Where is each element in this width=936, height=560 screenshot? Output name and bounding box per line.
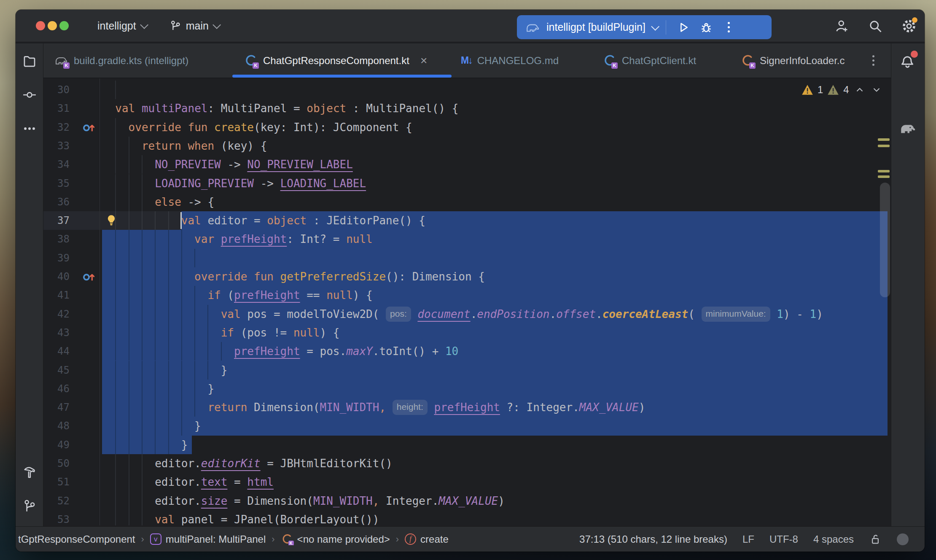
add-user-button[interactable] xyxy=(833,17,850,35)
close-icon[interactable]: × xyxy=(420,54,427,67)
indent-guide xyxy=(142,342,143,361)
code-editor[interactable]: 1 4 3031val multiPanel: MultiPanel = obj… xyxy=(43,78,891,525)
line-number[interactable]: 45 xyxy=(43,361,70,380)
next-problem-chevron-down-icon[interactable] xyxy=(870,83,883,96)
tab-list-kebab-icon[interactable] xyxy=(866,53,881,68)
code-line[interactable]: editor.editorKit = JBHtmlEditorKit() xyxy=(155,454,393,473)
indent-guide xyxy=(115,361,116,380)
commit-icon[interactable] xyxy=(21,86,38,103)
breadcrumb-anonymous-class[interactable]: K <no name provided> xyxy=(281,533,390,545)
project-selector[interactable]: intelligpt xyxy=(92,16,151,35)
caret-position-widget[interactable]: 37:13 (510 chars, 12 line breaks) xyxy=(579,533,727,545)
code-line[interactable]: else -> { xyxy=(155,193,214,211)
previous-problem-chevron-up-icon[interactable] xyxy=(853,83,866,96)
line-number[interactable]: 35 xyxy=(43,174,70,193)
settings-gear-icon[interactable] xyxy=(900,17,918,35)
line-number[interactable]: 43 xyxy=(43,323,70,342)
override-up-arrow-icon[interactable] xyxy=(82,121,96,134)
code-line[interactable]: LOADING_PREVIEW -> LOADING_LABEL xyxy=(155,174,366,193)
line-number[interactable]: 32 xyxy=(43,118,70,137)
line-number[interactable]: 30 xyxy=(43,81,70,99)
tab-build-gradle-kts[interactable]: K build.gradle.kts (intelligpt) xyxy=(54,43,188,78)
breadcrumb-function[interactable]: f create xyxy=(405,533,449,545)
tab-signer-info-loader[interactable]: K SignerInfoLoader.c xyxy=(740,43,845,78)
gradle-tool-window-icon[interactable] xyxy=(899,119,917,138)
line-number[interactable]: 47 xyxy=(43,398,70,417)
project-folder-icon[interactable] xyxy=(21,53,38,70)
line-number[interactable]: 41 xyxy=(43,286,70,304)
inspections-widget[interactable]: 1 4 xyxy=(802,83,883,96)
indent-guide xyxy=(129,417,129,435)
error-stripe-mark[interactable] xyxy=(878,170,890,172)
code-line[interactable]: } xyxy=(221,361,228,380)
line-number[interactable]: 33 xyxy=(43,137,70,155)
build-hammer-icon[interactable] xyxy=(21,464,38,481)
vertical-scrollbar-thumb[interactable] xyxy=(880,183,890,297)
indent-guide xyxy=(142,473,143,491)
search-icon[interactable] xyxy=(866,17,884,35)
code-line[interactable]: } xyxy=(207,380,214,398)
line-number[interactable]: 53 xyxy=(43,510,70,525)
indent-widget[interactable]: 4 spaces xyxy=(813,533,854,545)
breadcrumb-file[interactable]: tGptResponseComponent xyxy=(18,533,135,545)
tab-changelog-md[interactable]: M↓ CHANGELOG.md xyxy=(461,43,559,78)
indent-guide xyxy=(207,361,208,380)
code-line[interactable]: NO_PREVIEW -> NO_PREVIEW_LABEL xyxy=(155,155,353,174)
code-line[interactable]: } xyxy=(181,436,188,454)
debug-button[interactable] xyxy=(697,19,715,36)
encoding-widget[interactable]: UTF-8 xyxy=(769,533,798,545)
error-stripe-mark[interactable] xyxy=(878,175,890,178)
minimize-window-button[interactable] xyxy=(48,21,57,30)
chevron-down-icon[interactable] xyxy=(651,22,659,30)
line-number[interactable]: 42 xyxy=(43,305,70,323)
code-line[interactable]: } xyxy=(194,417,201,435)
zoom-window-button[interactable] xyxy=(59,21,69,30)
code-line[interactable]: prefHeight = pos.maxY.toInt() + 10 xyxy=(234,342,458,361)
notifications-bell-icon[interactable] xyxy=(899,52,917,70)
lightbulb-intention-icon[interactable] xyxy=(105,214,118,227)
git-branch-icon[interactable] xyxy=(21,498,38,514)
line-number[interactable]: 51 xyxy=(43,473,70,491)
code-line[interactable]: val multiPanel: MultiPanel = object : Mu… xyxy=(115,99,458,118)
code-line[interactable]: val panel = JPanel(BorderLayout()) xyxy=(155,510,379,525)
code-line[interactable]: if (pos != null) { xyxy=(221,323,340,342)
code-line[interactable]: val editor = object : JEditorPane() { xyxy=(181,211,425,230)
line-ending-widget[interactable]: LF xyxy=(742,533,754,545)
code-line[interactable]: override fun getPreferredSize(): Dimensi… xyxy=(194,267,485,286)
run-config-label[interactable]: intelligpt [buildPlugin] xyxy=(546,21,646,33)
override-up-arrow-icon[interactable] xyxy=(82,270,96,283)
code-line[interactable]: if (prefHeight == null) { xyxy=(207,286,372,304)
vcs-branch-selector[interactable]: main xyxy=(164,16,224,35)
line-number[interactable]: 50 xyxy=(43,454,70,473)
tab-chatgpt-client[interactable]: K ChatGptClient.kt xyxy=(602,43,696,78)
run-button[interactable] xyxy=(675,19,692,36)
code-line[interactable]: var prefHeight: Int? = null xyxy=(194,230,373,248)
line-number[interactable]: 39 xyxy=(43,249,70,267)
status-indicator-dot[interactable] xyxy=(897,533,909,545)
error-stripe-mark[interactable] xyxy=(878,138,890,141)
line-number[interactable]: 48 xyxy=(43,417,70,435)
line-number[interactable]: 49 xyxy=(43,436,70,454)
line-number[interactable]: 37 xyxy=(43,211,70,230)
line-number[interactable]: 36 xyxy=(43,193,70,211)
code-line[interactable]: val pos = modelToView2D( pos: document.e… xyxy=(221,305,823,323)
error-stripe-mark[interactable] xyxy=(878,145,890,147)
code-line[interactable]: return Dimension(MIN_WIDTH, height: pref… xyxy=(207,398,645,417)
code-line[interactable]: override fun create(key: Int): JComponen… xyxy=(129,118,412,137)
code-line[interactable]: editor.text = html xyxy=(155,473,274,491)
line-number[interactable]: 31 xyxy=(43,99,70,118)
lock-open-icon[interactable] xyxy=(869,533,882,546)
code-line[interactable]: editor.size = Dimension(MIN_WIDTH, Integ… xyxy=(155,492,505,510)
line-number[interactable]: 34 xyxy=(43,155,70,174)
line-number[interactable]: 44 xyxy=(43,342,70,361)
code-line[interactable]: return when (key) { xyxy=(142,137,267,155)
kebab-menu-icon[interactable] xyxy=(720,19,738,36)
breadcrumb-variable[interactable]: v multiPanel: MultiPanel xyxy=(150,533,266,545)
line-number[interactable]: 46 xyxy=(43,380,70,398)
line-number[interactable]: 38 xyxy=(43,230,70,248)
line-number[interactable]: 52 xyxy=(43,492,70,510)
close-window-button[interactable] xyxy=(36,21,45,30)
tab-chatgpt-response-component[interactable]: K ChatGptResponseComponent.kt × xyxy=(244,43,427,78)
more-tool-windows-icon[interactable] xyxy=(21,120,38,137)
line-number[interactable]: 40 xyxy=(43,267,70,286)
